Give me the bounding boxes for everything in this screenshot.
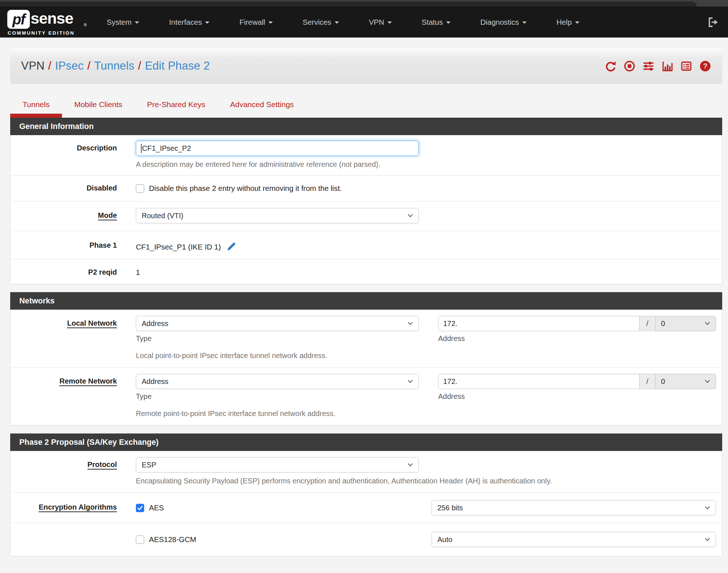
description-input[interactable]: CF1_IPsec_P2 (136, 141, 419, 156)
nav-item-diagnostics[interactable]: Diagnostics (465, 18, 542, 27)
top-navbar: pf sense ® COMMUNITY EDITION System Inte… (0, 7, 728, 38)
phase2-proposal-heading: Phase 2 Proposal (SA/Key Exchange) (10, 433, 722, 451)
chevron-down-icon (575, 21, 579, 24)
breadcrumb-link-edit-phase2[interactable]: Edit Phase 2 (145, 59, 210, 72)
local-type-help: Type (136, 334, 419, 343)
chevron-down-icon (135, 21, 139, 24)
chevron-down-icon (705, 538, 710, 541)
protocol-help: Encapsulating Security Payload (ESP) per… (136, 477, 716, 485)
description-label: Description (11, 141, 117, 169)
p2reqid-row: P2 reqid 1 (11, 259, 722, 284)
phase2-proposal-panel: Phase 2 Proposal (SA/Key Exchange) Proto… (10, 433, 722, 556)
chevron-down-icon (705, 322, 710, 325)
chevron-down-icon (522, 21, 527, 24)
stop-circle-icon[interactable] (623, 60, 635, 72)
protocol-select[interactable]: ESP (136, 457, 419, 472)
general-information-heading: General Information (10, 118, 722, 135)
remote-network-label: Remote Network (11, 374, 117, 418)
ipsec-tabs: Tunnels Mobile Clients Pre-Shared Keys A… (10, 100, 722, 118)
remote-type-help: Type (136, 392, 419, 401)
browser-top-strip (0, 0, 728, 7)
page-action-icons: ? (605, 60, 711, 72)
nav-item-firewall[interactable]: Firewall (224, 18, 288, 27)
mode-label: Mode (11, 208, 117, 223)
nav-item-interfaces[interactable]: Interfaces (154, 18, 224, 27)
breadcrumb: VPN/IPsec/Tunnels/Edit Phase 2 (21, 59, 210, 72)
breadcrumb-bar: VPN/IPsec/Tunnels/Edit Phase 2 (10, 48, 722, 83)
local-network-help: Local point-to-point IPsec interface tun… (136, 352, 716, 360)
help-icon[interactable]: ? (699, 60, 711, 72)
disabled-label: Disabled (11, 184, 117, 193)
nav-item-vpn[interactable]: VPN (354, 18, 407, 27)
local-network-row: Local Network Address Type 172. / 0 (11, 310, 722, 368)
chevron-down-icon (446, 21, 450, 24)
aes128gcm-checkbox[interactable] (136, 535, 144, 544)
chevron-down-icon (268, 21, 273, 24)
mode-select[interactable]: Routed (VTI) (136, 208, 419, 223)
aes-keylen-select[interactable]: 256 bits (432, 500, 716, 515)
chevron-down-icon (408, 463, 413, 467)
local-network-type-select[interactable]: Address (136, 316, 419, 331)
chevron-down-icon (335, 21, 339, 24)
p2reqid-value: 1 (136, 265, 716, 277)
nav-menu: System Interfaces Firewall Services VPN … (92, 18, 594, 27)
svg-text:?: ? (703, 62, 707, 70)
chevron-down-icon (408, 214, 413, 217)
phase1-label: Phase 1 (11, 238, 117, 251)
browser-tab-shape (0, 1, 697, 7)
remote-address-input[interactable]: 172. (438, 374, 640, 389)
networks-heading: Networks (10, 292, 722, 310)
aes-checkbox[interactable] (136, 504, 144, 512)
encryption-aes128gcm-row: AES128-GCM Auto (11, 523, 722, 556)
slash-addon: / (640, 374, 656, 389)
aes-checkbox-label[interactable]: AES (149, 503, 164, 512)
tab-tunnels[interactable]: Tunnels (10, 100, 62, 118)
protocol-row: Protocol ESP Encapsulating Security Payl… (11, 451, 722, 493)
chevron-down-icon (408, 380, 413, 383)
chevron-down-icon (387, 21, 392, 24)
breadcrumb-vpn: VPN (21, 59, 44, 72)
breadcrumb-link-ipsec[interactable]: IPsec (55, 59, 84, 72)
description-help: A description may be entered here for ad… (136, 160, 716, 169)
sliders-icon[interactable] (642, 60, 654, 72)
tab-mobile-clients[interactable]: Mobile Clients (62, 100, 135, 118)
logo-registered-mark: ® (84, 23, 87, 27)
sign-out-icon[interactable] (706, 16, 719, 28)
remote-network-type-select[interactable]: Address (136, 374, 419, 389)
phase1-row: Phase 1 CF1_IPsec_P1 (IKE ID 1) (11, 231, 722, 259)
mode-row: Mode Routed (VTI) (11, 201, 722, 231)
remote-prefix-select[interactable]: 0 (656, 374, 716, 389)
nav-item-status[interactable]: Status (407, 18, 465, 27)
phase1-value: CF1_IPsec_P1 (IKE ID 1) (136, 238, 716, 251)
logo-sense-text: sense (31, 9, 73, 27)
protocol-label: Protocol (11, 457, 117, 485)
disabled-checkbox[interactable] (136, 184, 144, 193)
nav-item-help[interactable]: Help (542, 18, 594, 27)
list-icon[interactable] (680, 60, 692, 72)
slash-addon: / (640, 316, 656, 331)
edit-pencil-icon[interactable] (227, 241, 236, 251)
tab-advanced-settings[interactable]: Advanced Settings (218, 100, 306, 118)
aes128gcm-keylen-select[interactable]: Auto (432, 532, 716, 547)
chevron-down-icon (705, 506, 710, 510)
pfsense-logo[interactable]: pf sense ® COMMUNITY EDITION (7, 7, 78, 38)
refresh-icon[interactable] (605, 60, 617, 72)
chevron-down-icon (705, 380, 710, 383)
description-row: Description CF1_IPsec_P2 A description m… (11, 135, 722, 176)
text-caret (141, 144, 142, 153)
local-prefix-select[interactable]: 0 (656, 316, 716, 331)
encryption-aes-row: Encryption Algorithms AES 256 bits (11, 493, 722, 523)
local-address-input[interactable]: 172. (438, 316, 640, 331)
local-network-label: Local Network (11, 316, 117, 360)
disabled-checkbox-label[interactable]: Disable this phase 2 entry without remov… (149, 184, 342, 193)
aes128gcm-checkbox-label[interactable]: AES128-GCM (149, 535, 196, 544)
tab-pre-shared-keys[interactable]: Pre-Shared Keys (135, 100, 218, 118)
encryption-algorithms-label: Encryption Algorithms (11, 500, 117, 515)
general-information-panel: General Information Description CF1_IPse… (10, 118, 722, 284)
nav-item-system[interactable]: System (92, 18, 154, 27)
p2reqid-label: P2 reqid (11, 265, 117, 277)
nav-item-services[interactable]: Services (288, 18, 354, 27)
bar-chart-icon[interactable] (661, 60, 673, 72)
logo-edition-text: COMMUNITY EDITION (8, 30, 75, 36)
breadcrumb-link-tunnels[interactable]: Tunnels (94, 59, 135, 72)
